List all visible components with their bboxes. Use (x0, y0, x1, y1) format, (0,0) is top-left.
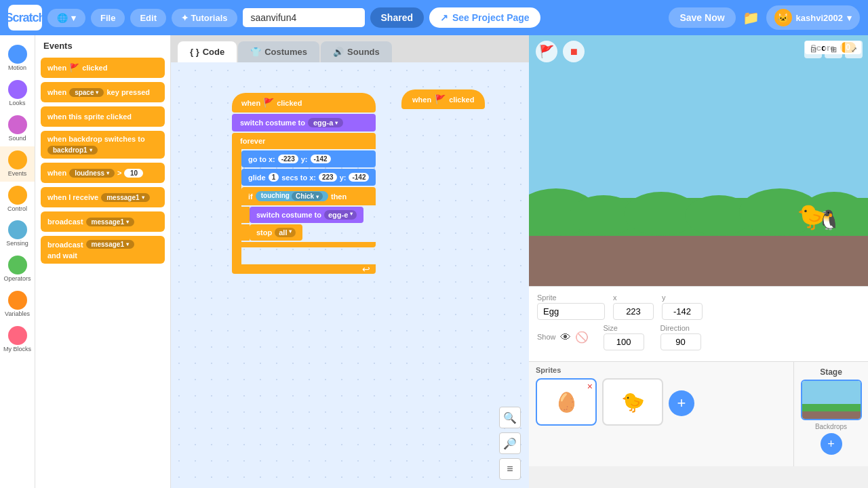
sound-dot (8, 115, 27, 134)
see-project-icon: ↗ (440, 12, 448, 23)
motion-label: Motion (8, 65, 26, 72)
sprite-x-input[interactable] (613, 303, 654, 320)
folder-button[interactable]: 📁 (743, 9, 760, 26)
sprite-thumb-chick[interactable]: 🐤 (602, 378, 663, 426)
tab-code[interactable]: { } Code (178, 41, 237, 62)
sprite-panel-title: Sprites (536, 366, 787, 374)
sounds-icon: 🔊 (333, 47, 344, 57)
sidebar-item-myblocks[interactable]: My Blocks (0, 322, 35, 357)
stage-frame-buttons: ⊡ ⊞ ⤢ (804, 41, 863, 58)
when-loudness-block[interactable]: when loudness ▾ > 10 (41, 163, 165, 183)
sprite-y-label: y (662, 293, 703, 302)
tab-costumes[interactable]: 👕 Costumes (238, 41, 319, 62)
broadcast-wait-block[interactable]: broadcast message1 ▾ and wait (41, 236, 165, 264)
direction-input[interactable] (660, 333, 701, 350)
control-label: Control (7, 206, 27, 213)
main-layout: Motion Looks Sound Events Control Sensin… (0, 35, 868, 488)
stage-thumbnail[interactable] (801, 380, 862, 420)
stage-controls: 🚩 ⏹ (536, 41, 585, 62)
show-eye-button[interactable]: 👁 (560, 331, 571, 344)
globe-button[interactable]: 🌐 ▾ (47, 9, 85, 27)
shared-button[interactable]: Shared (370, 7, 424, 28)
block-switch-costume-1[interactable]: switch costume to egg-a ▾ (232, 114, 376, 131)
backdrops-label: Backdrops (815, 423, 847, 430)
looks-dot (8, 80, 27, 99)
sidebar-item-control[interactable]: Control (0, 182, 35, 217)
control-dot (8, 186, 27, 205)
sprite-info: Sprite x y Show 👁 🚫 (529, 286, 868, 361)
myblocks-label: My Blocks (3, 346, 31, 353)
see-project-button[interactable]: ↗ See Project Page (429, 7, 540, 28)
scratch-logo[interactable]: Scratch (8, 5, 42, 30)
block-glide[interactable]: glide 1 secs to x: 223 y: -142 (241, 169, 376, 186)
block-stop[interactable]: stop all ▾ (250, 224, 302, 241)
stop-icon: ⏹ (569, 46, 578, 57)
bottom-sprite-panel: Sprites 🥚 × 🐤 + Stage B (529, 361, 868, 466)
sprite-items-row: 🥚 × 🐤 + (536, 378, 787, 426)
add-backdrop-button[interactable]: + (821, 433, 842, 455)
fullscreen-button[interactable]: ⤢ (845, 41, 863, 58)
green-flag-button[interactable]: 🚩 (536, 41, 557, 62)
sprite-y-input[interactable] (662, 303, 703, 320)
sidebar-item-sound[interactable]: Sound (0, 111, 35, 146)
shrink-stage-button[interactable]: ⊡ (804, 41, 822, 58)
stage-thumb-label: Stage (820, 367, 842, 377)
sidebar-item-events[interactable]: Events (0, 146, 35, 182)
block-goto[interactable]: go to x: -223 y: -142 (241, 150, 376, 167)
block-switch-costume-2[interactable]: switch costume to egg-e ▾ (250, 207, 363, 223)
tab-sounds[interactable]: 🔊 Sounds (321, 41, 392, 62)
hide-eye-button[interactable]: 🚫 (575, 331, 589, 344)
expand-stage-button[interactable]: ⊞ (825, 41, 842, 58)
direction-label: Direction (660, 324, 701, 332)
categories-sidebar: Motion Looks Sound Events Control Sensin… (0, 35, 35, 488)
code-canvas[interactable]: when 🚩 clicked switch costume to egg-a ▾… (171, 62, 529, 488)
block-when-flag-1[interactable]: when 🚩 clicked (232, 93, 376, 113)
add-sprite-button[interactable]: + (669, 390, 694, 416)
sensing-label: Sensing (6, 241, 28, 247)
block-when-flag-2[interactable]: when 🚩 clicked (401, 89, 485, 109)
topbar-right: Save Now 📁 🐱 kashvi2002 ▾ (669, 5, 860, 30)
sidebar-item-variables[interactable]: Variables (0, 287, 35, 322)
zoom-out-button[interactable]: 🔎 (499, 432, 521, 454)
user-avatar: 🐱 (774, 9, 792, 26)
file-button[interactable]: File (91, 9, 125, 27)
when-sprite-clicked-block[interactable]: when this sprite clicked (41, 106, 165, 127)
sidebar-item-operators[interactable]: Operators (0, 251, 35, 287)
block-forever-end: ↩ (232, 264, 376, 274)
stop-button[interactable]: ⏹ (563, 41, 585, 62)
sidebar-item-looks[interactable]: Looks (0, 76, 35, 111)
zoom-in-button[interactable]: 🔍 (499, 407, 521, 428)
dark-chick-sprite: 🐧 (817, 209, 841, 231)
show-label: Show (537, 333, 556, 341)
sprite-thumb-egg[interactable]: 🥚 × (536, 378, 597, 426)
block-if[interactable]: if touching Chick ▾ then (241, 187, 376, 205)
green-flag-icon: 🚩 (539, 44, 554, 59)
sidebar-item-sensing[interactable]: Sensing (0, 216, 35, 251)
edit-button[interactable]: Edit (130, 9, 166, 27)
blocks-panel: Events when 🚩 clicked when space ▾ key p… (35, 35, 171, 488)
user-menu-button[interactable]: 🐱 kashvi2002 ▾ (766, 5, 860, 30)
when-receive-block[interactable]: when I receive message1 ▾ (41, 187, 165, 207)
topbar: Scratch 🌐 ▾ File Edit ✦ Tutorials Shared… (0, 0, 868, 35)
blocks-panel-title: Events (41, 41, 165, 51)
code-area: { } Code 👕 Costumes 🔊 Sounds when 🚩 clic… (171, 35, 529, 488)
user-dropdown-arrow: ▾ (847, 13, 852, 23)
sprite-delete-egg[interactable]: × (587, 381, 593, 392)
egg-sprite-icon: 🥚 (555, 391, 578, 413)
chick-sprite-thumb-icon: 🐤 (621, 391, 645, 413)
stage-background: 🐤 🐧 (529, 35, 868, 286)
sprite-name-input[interactable] (537, 303, 605, 320)
block-forever[interactable]: forever (232, 133, 376, 149)
sidebar-item-motion[interactable]: Motion (0, 41, 35, 76)
when-backdrop-block[interactable]: when backdrop switches to backdrop1 ▾ (41, 131, 165, 159)
when-key-block[interactable]: when space ▾ key pressed (41, 82, 165, 102)
when-flag-block[interactable]: when 🚩 clicked (41, 58, 165, 78)
fit-button[interactable]: ≡ (499, 458, 521, 480)
broadcast-block[interactable]: broadcast message1 ▾ (41, 211, 165, 232)
project-name-input[interactable] (243, 8, 365, 27)
save-now-button[interactable]: Save Now (669, 7, 735, 28)
operators-dot (8, 256, 27, 274)
size-input[interactable] (604, 333, 644, 350)
tutorials-button[interactable]: ✦ Tutorials (172, 9, 237, 27)
editor-tabs: { } Code 👕 Costumes 🔊 Sounds (171, 35, 529, 62)
